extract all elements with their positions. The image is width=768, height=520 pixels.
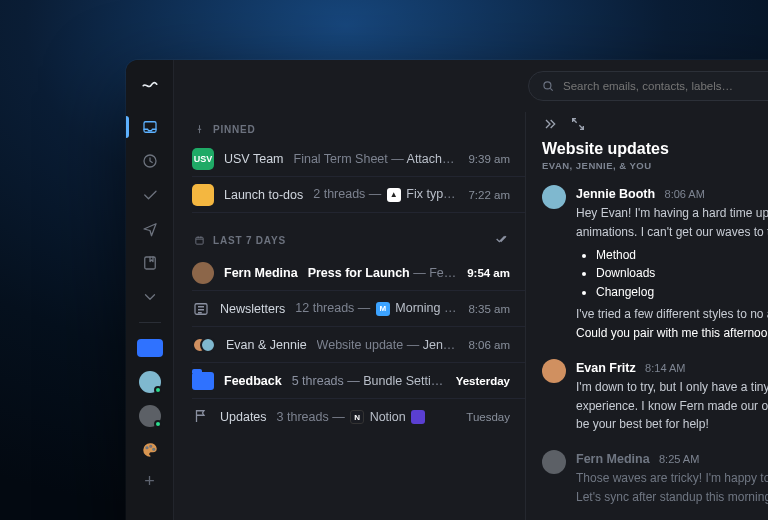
item-time: 9:39 am <box>468 153 510 165</box>
item-sub: 5 threads — Bundle Settings <box>292 374 446 388</box>
item-time: Tuesday <box>466 411 510 423</box>
skip-icon[interactable] <box>542 116 558 136</box>
content: PINNED USV USV Team Final Term Sheet — A… <box>174 112 768 520</box>
item-time: Yesterday <box>456 375 510 387</box>
rail-done[interactable] <box>126 178 174 212</box>
item-sub: 3 threads — N Notion <box>277 410 457 425</box>
thread-list: PINNED USV USV Team Final Term Sheet — A… <box>174 112 526 520</box>
topbar <box>174 60 768 112</box>
list-item[interactable]: Fern Medina Press for Launch — Fern: We'… <box>192 255 526 291</box>
mark-all-read[interactable] <box>494 231 510 249</box>
search-input[interactable] <box>563 80 768 92</box>
rail-contact-2[interactable] <box>126 399 174 433</box>
conversation-pane: Website updates EVAN, JENNIE, & YOU Jenn… <box>526 112 768 520</box>
section-last7-label: LAST 7 DAYS <box>213 235 286 246</box>
avatar-pair <box>192 335 216 355</box>
avatar <box>192 262 214 284</box>
message-sender: Fern Medina <box>576 452 650 466</box>
item-sub: Website update — Jennie: Let's… <box>317 338 459 352</box>
item-sub: 12 threads — M Morning Brew <box>295 301 458 316</box>
message-time: 8:06 AM <box>665 188 705 200</box>
expand-icon[interactable] <box>570 116 586 136</box>
list-item[interactable]: Newsletters 12 threads — M Morning Brew … <box>192 291 526 327</box>
newsletter-icon <box>192 300 210 318</box>
conversation-participants: EVAN, JENNIE, & YOU <box>542 160 768 171</box>
flag-icon <box>192 407 210 428</box>
rail-label-folder[interactable] <box>126 331 174 365</box>
list-item[interactable]: Feedback 5 threads — Bundle Settings Yes… <box>192 363 526 399</box>
section-pinned-label: PINNED <box>213 124 256 135</box>
item-sub: Final Term Sheet — Attached… <box>294 152 459 166</box>
badge-launch <box>192 184 214 206</box>
item-time: 8:35 am <box>468 303 510 315</box>
list-item[interactable]: Updates 3 threads — N Notion Tuesday <box>192 399 526 435</box>
rail-separator <box>139 322 161 323</box>
avatar <box>542 185 566 209</box>
item-time: 8:06 am <box>468 339 510 351</box>
item-time: 9:54 am <box>467 267 510 279</box>
rail-sent[interactable] <box>126 212 174 246</box>
conversation-title: Website updates <box>542 140 768 158</box>
item-title: Launch to-dos <box>224 188 303 202</box>
avatar <box>542 359 566 383</box>
rail-more[interactable] <box>126 280 174 314</box>
calendar-icon <box>194 235 205 246</box>
list-item[interactable]: USV USV Team Final Term Sheet — Attached… <box>192 141 526 177</box>
item-title: Evan & Jennie <box>226 338 307 352</box>
message-time: 8:25 AM <box>659 453 699 465</box>
app-logo <box>139 74 161 96</box>
message-sender: Jennie Booth <box>576 187 655 201</box>
svg-rect-7 <box>196 237 203 244</box>
pin-icon <box>194 124 205 135</box>
svg-point-5 <box>152 448 154 450</box>
main-area: PINNED USV USV Team Final Term Sheet — A… <box>174 60 768 520</box>
list-item[interactable]: Launch to-dos 2 threads — ▲ Fix typo (#1… <box>192 177 526 213</box>
message-sender: Evan Fritz <box>576 361 636 375</box>
rail-add[interactable]: + <box>126 467 173 495</box>
avatar <box>542 450 566 474</box>
item-title: Newsletters <box>220 302 285 316</box>
section-pinned: PINNED <box>194 124 526 135</box>
app-window: + PINNED USV USV Team Final Term <box>126 60 768 520</box>
item-sub: Press for Launch — Fern: We're… <box>308 266 458 280</box>
message: Evan Fritz 8:14 AM I'm down to try, but … <box>542 359 768 434</box>
item-title: USV Team <box>224 152 284 166</box>
rail-contact-1[interactable] <box>126 365 174 399</box>
rail-activity[interactable] <box>126 144 174 178</box>
list-item[interactable]: Evan & Jennie Website update — Jennie: L… <box>192 327 526 363</box>
badge-usv: USV <box>192 148 214 170</box>
search-icon <box>541 79 555 93</box>
rail-appearance[interactable] <box>126 433 174 467</box>
item-title: Updates <box>220 410 267 424</box>
svg-point-4 <box>149 445 151 447</box>
search-box[interactable] <box>528 71 768 101</box>
conversation-toolbar <box>542 116 768 136</box>
message-bullets: Method Downloads Changelog <box>576 246 768 302</box>
item-title: Feedback <box>224 374 282 388</box>
item-sub: 2 threads — ▲ Fix typo (#1234) | <box>313 187 458 202</box>
section-last7: LAST 7 DAYS <box>194 231 526 249</box>
item-time: 7:22 am <box>468 189 510 201</box>
svg-point-6 <box>544 82 551 89</box>
message: Jennie Booth 8:06 AM Hey Evan! I'm havin… <box>542 185 768 343</box>
message-time: 8:14 AM <box>645 362 685 374</box>
rail-drafts[interactable] <box>126 246 174 280</box>
icon-rail: + <box>126 60 174 520</box>
folder-icon <box>192 372 214 390</box>
item-title: Fern Medina <box>224 266 298 280</box>
svg-point-3 <box>146 447 148 449</box>
message: Fern Medina 8:25 AM Those waves are tric… <box>542 450 768 507</box>
rail-inbox[interactable] <box>126 110 174 144</box>
